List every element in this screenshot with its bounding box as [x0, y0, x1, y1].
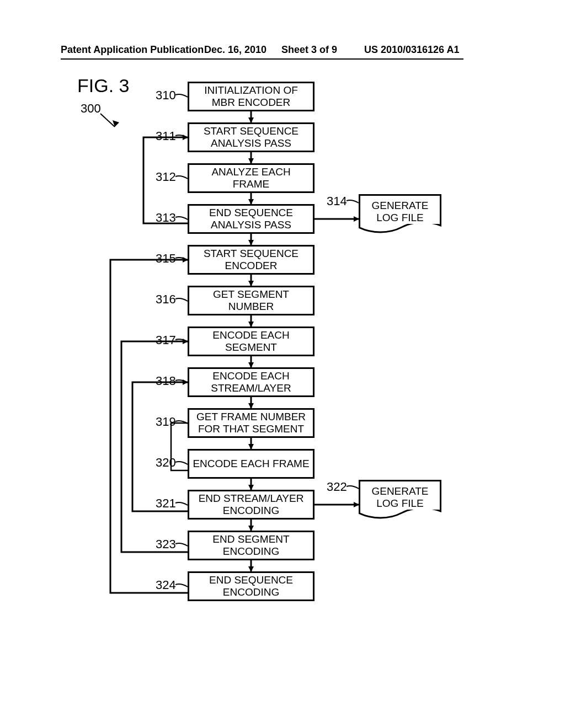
ref-312: 312	[156, 170, 176, 184]
box-321: END STREAM/LAYER ENCODING	[188, 490, 315, 520]
box-317: ENCODE EACH SEGMENT	[188, 326, 315, 356]
doc-314: GENERATE LOG FILE	[359, 194, 441, 227]
box-319: GET FRAME NUMBER FOR THAT SEGMENT	[188, 408, 315, 438]
ref-313: 313	[156, 211, 176, 225]
header-pubno: US 2010/0316126 A1	[364, 44, 459, 56]
ref-323: 323	[156, 537, 176, 552]
ref-300: 300	[81, 101, 101, 116]
patent-figure-page: Patent Application Publication Dec. 16, …	[0, 0, 565, 728]
box-316: GET SEGMENT NUMBER	[188, 286, 315, 315]
ref-315: 315	[156, 251, 176, 266]
header-date: Dec. 16, 2010	[204, 44, 266, 56]
ref-314: 314	[327, 194, 347, 208]
ref-324: 324	[156, 578, 176, 592]
ref-310: 310	[156, 88, 176, 103]
ref-321: 321	[156, 496, 176, 511]
box-313: END SEQUENCE ANALYSIS PASS	[188, 204, 315, 234]
header-sheet: Sheet 3 of 9	[281, 44, 337, 56]
box-310: INITIALIZATION OF MBR ENCODER	[188, 82, 315, 111]
box-324: END SEQUENCE ENCODING	[188, 571, 315, 601]
doc-314-label: GENERATE LOG FILE	[360, 200, 440, 224]
ref-320: 320	[156, 456, 176, 470]
header-rule	[61, 58, 463, 60]
doc-322-bottom	[359, 510, 441, 520]
ref-311: 311	[156, 129, 176, 143]
doc-322-label: GENERATE LOG FILE	[360, 485, 440, 510]
box-312: ANALYZE EACH FRAME	[188, 163, 315, 193]
figure-label: FIG. 3	[77, 75, 129, 97]
ref-319: 319	[156, 415, 176, 429]
doc-322: GENERATE LOG FILE	[359, 480, 441, 513]
box-320: ENCODE EACH FRAME	[188, 449, 315, 479]
ref-317: 317	[156, 333, 176, 347]
box-323: END SEGMENT ENCODING	[188, 531, 315, 560]
ref-322: 322	[327, 480, 347, 494]
header-publication: Patent Application Publication	[61, 44, 204, 56]
box-318: ENCODE EACH STREAM/LAYER	[188, 367, 315, 397]
ref-316: 316	[156, 292, 176, 307]
box-315: START SEQUENCE ENCODER	[188, 245, 315, 275]
ref-318: 318	[156, 374, 176, 388]
doc-314-bottom	[359, 224, 441, 234]
box-311: START SEQUENCE ANALYSIS PASS	[188, 122, 315, 152]
